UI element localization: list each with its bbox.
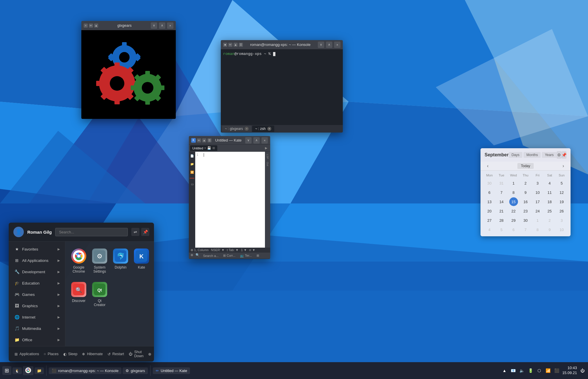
glxgears-minimize-btn[interactable]: ∨ <box>151 22 157 29</box>
glxgears-maximize-btn[interactable]: ∧ <box>159 22 165 29</box>
app-item-settings[interactable]: ⚙ System Settings <box>90 246 109 277</box>
tray-mail[interactable]: 📧 <box>510 367 516 374</box>
calendar-day[interactable]: 13 <box>485 197 494 206</box>
calendar-next-btn[interactable]: › <box>560 163 567 169</box>
konsole-body[interactable]: roman@romangg-xps ~ % <box>221 49 343 125</box>
menu-cat-dev[interactable]: 🔧 Development ▶ <box>10 266 64 277</box>
tray-battery[interactable]: 🔋 <box>527 367 534 374</box>
app-menu-search-input[interactable] <box>55 228 128 236</box>
calendar-day[interactable]: 17 <box>533 197 542 206</box>
calendar-day[interactable]: 9 <box>521 188 530 197</box>
calendar-day[interactable]: 8 <box>533 225 542 234</box>
footer-sleep[interactable]: ◐ Sleep <box>61 351 80 357</box>
menu-cat-science[interactable]: 🔬 Science & Math ▶ <box>10 346 64 346</box>
kate-editor[interactable]: 1 | <box>195 152 265 248</box>
glxgears-close-btn[interactable]: × <box>167 22 173 29</box>
calendar-day[interactable]: 9 <box>545 225 554 234</box>
calendar-day[interactable]: 23 <box>521 207 530 215</box>
calendar-day[interactable]: 12 <box>557 188 566 197</box>
app-item-qtcreator[interactable]: Qt Qt Creator <box>90 279 109 310</box>
calendar-day[interactable]: 26 <box>557 207 566 215</box>
tray-wifi[interactable]: 📶 <box>545 367 551 374</box>
calendar-day[interactable]: 3 <box>557 216 566 225</box>
tray-bluetooth[interactable]: ⬡ <box>536 367 542 374</box>
calendar-day[interactable]: 18 <box>545 197 554 206</box>
tray-arrow[interactable]: ▲ <box>501 367 508 374</box>
calendar-day[interactable]: 30 <box>485 179 494 187</box>
footer-places[interactable]: ○ Places <box>41 351 61 357</box>
glxgears-window[interactable]: × ✏ ▲ glxgears ∨ ∧ × <box>81 21 176 119</box>
konsole-minimize-btn[interactable]: ∨ <box>318 42 324 48</box>
calendar-day[interactable]: 15 <box>509 197 518 206</box>
calendar-years-btn[interactable]: Years <box>542 152 556 158</box>
konsole-maximize-btn[interactable]: ∧ <box>326 42 332 48</box>
menu-cat-edu[interactable]: 🎓 Education ▶ <box>10 278 64 289</box>
calendar-day[interactable]: 3 <box>533 179 542 187</box>
menu-cat-games[interactable]: 🎮 Games ▶ <box>10 289 64 300</box>
calendar-day[interactable]: 6 <box>509 225 518 234</box>
kate-tab-split[interactable]: ⊞ <box>212 146 215 150</box>
kate-toolbar-grid[interactable]: ⊞ <box>255 253 260 258</box>
footer-hibernate[interactable]: ❄ Hibernate <box>80 351 105 357</box>
calendar-today-btn[interactable]: Today <box>517 163 534 169</box>
kate-sidebar-projects[interactable]: 📁 <box>190 161 194 167</box>
konsole-window[interactable]: ■ ✏ ▲ ☰ roman@romangg-xps: ~ — Konsole ∨… <box>221 40 343 133</box>
taskbar-chrome-btn[interactable] <box>23 366 33 375</box>
calendar-day[interactable]: 1 <box>533 216 542 225</box>
calendar-day[interactable]: 16 <box>521 197 530 206</box>
taskbar-folder-btn[interactable]: 📁 <box>35 367 44 374</box>
calendar-day[interactable]: 30 <box>521 216 530 225</box>
menu-cat-multimedia[interactable]: 🎵 Multimedia ▶ <box>10 323 64 334</box>
app-item-discover[interactable]: 🔍 Discover <box>69 279 88 310</box>
kate-close-btn[interactable]: × <box>261 137 268 144</box>
calendar-day[interactable]: 8 <box>509 188 518 197</box>
calendar-day[interactable]: 20 <box>485 207 494 215</box>
calendar-day[interactable]: 21 <box>497 207 506 215</box>
footer-restart[interactable]: ↺ Restart <box>105 351 126 357</box>
taskbar-konsole-btn[interactable]: ⬛ roman@romangg-xps: ~ — Konsole <box>49 367 121 374</box>
kate-toolbar-curr[interactable]: ⊞ Curr... <box>222 253 236 258</box>
konsole-tab-glxgears[interactable]: ~ : glxgears × <box>222 126 252 132</box>
konsole-close-btn[interactable]: × <box>334 42 340 48</box>
menu-cat-favorites[interactable]: ★ Favorites ▶ <box>10 244 64 255</box>
calendar-day[interactable]: 5 <box>557 179 566 187</box>
taskbar-kate-btn[interactable]: ✏ Untitled — Kate <box>153 367 190 374</box>
konsole-tab-zsh[interactable]: ~ : zsh × <box>252 126 274 132</box>
taskbar-kde-btn[interactable]: 🐧 <box>12 367 22 374</box>
calendar-day[interactable]: 19 <box>557 197 566 206</box>
kate-tab-close[interactable]: × <box>204 146 206 150</box>
konsole-tab-glxgears-close[interactable]: × <box>245 127 249 131</box>
kate-sidebar-git[interactable]: 🔀 <box>190 169 194 175</box>
calendar-day[interactable]: 14 <box>497 197 506 206</box>
calendar-day[interactable]: 27 <box>485 216 494 225</box>
konsole-tab-zsh-close[interactable]: × <box>267 127 271 131</box>
kate-maximize-btn[interactable]: ∧ <box>253 137 260 144</box>
calendar-day[interactable]: 29 <box>509 216 518 225</box>
clock[interactable]: 10:43 15.09.21 <box>562 366 577 376</box>
calendar-day[interactable]: 11 <box>545 188 554 197</box>
menu-pin-btn[interactable]: 📌 <box>141 228 149 236</box>
calendar-settings-btn[interactable]: ⚙ <box>557 151 562 159</box>
app-item-chrome[interactable]: Google Chrome <box>69 246 88 277</box>
calendar-day[interactable]: 1 <box>509 179 518 187</box>
calendar-pin-btn[interactable]: 📌 <box>562 151 567 159</box>
kate-minimize-btn[interactable]: ∨ <box>245 137 252 144</box>
tray-network[interactable]: ⬛ <box>553 367 560 374</box>
kate-sidebar-lsp[interactable]: LSP <box>266 153 270 160</box>
calendar-day[interactable]: 24 <box>533 207 542 215</box>
tray-volume[interactable]: 🔈 <box>519 367 525 374</box>
footer-applications[interactable]: ⊞ Applications <box>12 351 41 357</box>
app-item-dolphin[interactable]: 🐬 Dolphin <box>111 246 130 277</box>
calendar-day[interactable]: 6 <box>485 188 494 197</box>
kate-tab-save[interactable]: 💾 <box>207 146 211 150</box>
calendar-day[interactable]: 4 <box>545 179 554 187</box>
menu-cat-graphics[interactable]: 🖼 Graphics ▶ <box>10 300 64 311</box>
kate-sidebar-docs[interactable]: 📄 <box>190 153 194 159</box>
calendar-day[interactable]: 10 <box>557 225 566 234</box>
calendar-day[interactable]: 2 <box>521 179 530 187</box>
menu-cat-all[interactable]: ⊞ All Applications ▶ <box>10 255 64 266</box>
calendar-day[interactable]: 7 <box>497 188 506 197</box>
calendar-day[interactable]: 2 <box>545 216 554 225</box>
app-item-kate[interactable]: K Kate <box>132 246 151 277</box>
kate-sidebar-fs[interactable]: 🗂 <box>190 181 194 187</box>
